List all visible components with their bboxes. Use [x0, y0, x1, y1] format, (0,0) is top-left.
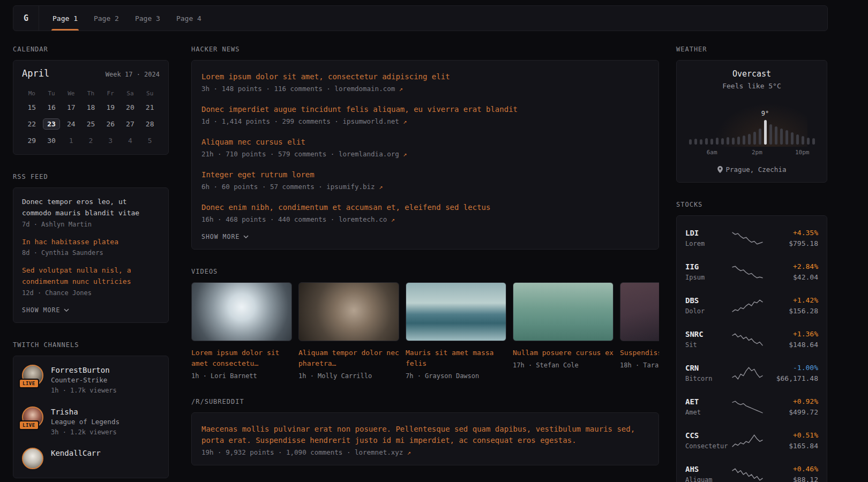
calendar-day-label: 17	[67, 103, 76, 111]
hn-title-link[interactable]: Lorem ipsum dolor sit amet, consectetur …	[201, 71, 649, 82]
nav-tab[interactable]: Page 3	[134, 6, 161, 31]
subreddit-title-link[interactable]: Maecenas mollis pulvinar erat non posuer…	[201, 424, 649, 446]
external-link-icon: ↗	[407, 449, 411, 456]
video-card[interactable]: Mauris sit amet massa felis 7h · Grayson…	[406, 282, 506, 380]
hn-title-link[interactable]: Integer eget rutrum lorem	[201, 169, 649, 180]
stock-change: +4.35%	[765, 228, 818, 238]
hn-meta-text: 21h · 710 points · 579 comments ·	[201, 150, 339, 158]
calendar-day: 30	[42, 132, 62, 149]
stock-name: Dolor	[685, 306, 730, 316]
rss-item: In hac habitasse platea 8d · Cynthia Sau…	[22, 237, 160, 257]
video-thumbnail[interactable]	[191, 282, 292, 341]
stock-values: +4.35% $795.18	[765, 228, 818, 248]
video-thumbnail[interactable]	[406, 282, 506, 341]
video-title[interactable]: Nullam posuere cursus ex	[513, 348, 613, 358]
hn-title-link[interactable]: Donec enim nibh, condimentum et accumsan…	[201, 202, 649, 213]
stock-row[interactable]: LDI Lorem +4.35% $795.18	[685, 221, 818, 255]
weather-section-title: WEATHER	[676, 46, 827, 53]
weather-bar-column	[705, 138, 708, 145]
rss-card: Donec tempor eros leo, ut commodo mauris…	[13, 187, 169, 323]
twitch-channel[interactable]: LIVE ForrestBurton Counter-Strike 1h · 1…	[22, 365, 160, 396]
calendar-day: 26	[101, 116, 121, 132]
video-card[interactable]: Suspendisse diam 18h · Tara	[620, 282, 659, 380]
hn-item: Donec enim nibh, condimentum et accumsan…	[201, 202, 649, 223]
video-thumbnail[interactable]	[513, 282, 613, 341]
subreddit-domain-link[interactable]: loremnet.xyz	[355, 448, 403, 456]
twitch-channel[interactable]: LIVE Trisha League of Legends 3h · 1.2k …	[22, 406, 160, 438]
stock-price: $156.28	[765, 306, 818, 317]
stocks-section-title: STOCKS	[676, 201, 827, 208]
weather-bar-column	[753, 132, 756, 145]
nav-tab[interactable]: Page 4	[175, 6, 203, 31]
calendar-day-label: 15	[28, 103, 36, 111]
rss-item-title-link[interactable]: Sed volutpat nulla nisl, a condimentum n…	[22, 265, 160, 288]
hn-domain-link[interactable]: ipsumify.biz	[326, 183, 375, 191]
calendar-weekday: Mo	[22, 87, 42, 99]
rss-item-title-link[interactable]: Donec tempor eros leo, ut commodo mauris…	[22, 197, 160, 219]
channel-game: League of Legends	[51, 417, 119, 427]
hn-title-link[interactable]: Donec imperdiet augue tincidunt felis al…	[201, 104, 649, 115]
nav-tab-label: Page 1	[53, 14, 78, 22]
stock-row[interactable]: CRN Bitcorn -1.00% $66,171.48	[685, 356, 818, 390]
weather-bar	[743, 135, 745, 145]
stock-row[interactable]: SNRC Sit +1.36% $148.64	[685, 322, 818, 356]
stock-change: +0.92%	[765, 396, 818, 407]
hn-domain-link[interactable]: ipsumworld.net	[342, 117, 399, 125]
stock-sparkline	[731, 265, 764, 279]
twitch-card: LIVE ForrestBurton Counter-Strike 1h · 1…	[13, 356, 169, 478]
channel-name: ForrestBurton	[51, 365, 117, 375]
calendar-day-label: 27	[126, 120, 134, 128]
video-title[interactable]: Mauris sit amet massa felis	[406, 348, 506, 369]
app-logo[interactable]: G	[13, 6, 39, 31]
calendar-day: 18	[81, 99, 101, 116]
weather-bar-column	[807, 138, 810, 145]
hn-domain-link[interactable]: loremdomain.com	[334, 85, 395, 93]
weather-bar	[769, 124, 772, 145]
weather-bar	[721, 138, 724, 145]
videos-widget: VIDEOS Lorem ipsum dolor sit amet consec…	[191, 268, 659, 380]
nav-tab[interactable]: Page 2	[93, 6, 120, 31]
video-thumbnail[interactable]	[298, 282, 399, 341]
video-card[interactable]: Aliquam tempor dolor nec pharetra… 1h · …	[298, 282, 399, 380]
calendar-day: 23	[42, 116, 62, 132]
stock-name: Bitcorn	[685, 374, 730, 383]
stock-change: +1.42%	[765, 295, 818, 306]
hn-title-link[interactable]: Aliquam nec cursus elit	[201, 137, 649, 148]
stock-row[interactable]: AET Amet +0.92% $499.72	[685, 390, 818, 424]
hn-meta: 1d · 1,414 points · 299 comments · ipsum…	[201, 117, 649, 125]
weather-feels-like: Feels like 5°C	[685, 82, 818, 90]
video-card[interactable]: Nullam posuere cursus ex 17h · Stefan Co…	[513, 282, 613, 380]
external-link-icon: ↗	[403, 150, 407, 158]
channel-meta: 1h · 1.7k viewers	[51, 386, 117, 396]
video-title[interactable]: Lorem ipsum dolor sit amet consectetu…	[191, 348, 292, 369]
stock-row[interactable]: CCS Consectetur +0.51% $165.84	[685, 424, 818, 457]
rss-item-title-link[interactable]: In hac habitasse platea	[22, 237, 160, 248]
calendar-day-label: 18	[87, 103, 95, 111]
external-link-icon: ↗	[391, 216, 395, 223]
calendar-day: 4	[121, 132, 140, 149]
hn-domain-link[interactable]: loremlandia.org	[339, 150, 399, 158]
video-title[interactable]: Suspendisse diam	[620, 348, 659, 358]
twitch-channel[interactable]: KendallCarr	[22, 448, 160, 469]
channel-game: Counter-Strike	[51, 375, 117, 386]
hn-domain-link[interactable]: loremtech.co	[339, 215, 387, 223]
nav-divider	[39, 6, 39, 31]
weather-bar	[689, 139, 692, 145]
stock-row[interactable]: DBS Dolor +1.42% $156.28	[685, 289, 818, 322]
video-title[interactable]: Aliquam tempor dolor nec pharetra…	[298, 348, 399, 369]
video-card[interactable]: Lorem ipsum dolor sit amet consectetu… 1…	[191, 282, 292, 380]
stock-price: $795.18	[765, 238, 818, 249]
hackernews-card: Lorem ipsum dolor sit amet, consectetur …	[191, 60, 659, 250]
channel-avatar-wrap	[22, 448, 43, 469]
channel-name: Trisha	[51, 406, 119, 417]
calendar-section-title: CALENDAR	[13, 46, 169, 53]
video-thumbnail[interactable]	[620, 282, 659, 341]
stock-row[interactable]: IIG Ipsum +2.84% $42.04	[685, 255, 818, 289]
stock-row[interactable]: AHS Aliquam +0.46% $88.12	[685, 457, 818, 482]
nav-tab[interactable]: Page 1	[51, 6, 79, 31]
hn-show-more-button[interactable]: SHOW MORE	[201, 233, 249, 240]
stock-values: +0.51% $165.84	[765, 430, 818, 451]
weather-bar	[759, 129, 761, 145]
subreddit-meta: 19h · 9,932 points · 1,090 comments · lo…	[201, 448, 649, 456]
rss-show-more-button[interactable]: SHOW MORE	[22, 306, 69, 314]
